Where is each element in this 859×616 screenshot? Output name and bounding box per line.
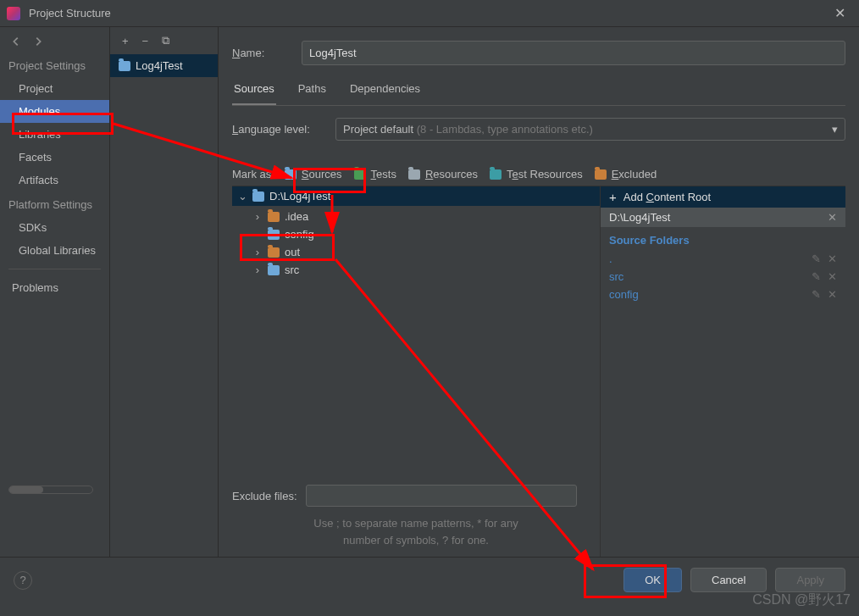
folder-icon: [408, 169, 420, 180]
sidebar-scrollbar[interactable]: [8, 486, 93, 494]
folder-icon: [595, 169, 607, 180]
name-input[interactable]: [302, 41, 845, 65]
folder-icon: [285, 169, 296, 180]
content-root-row[interactable]: D:\Log4jTest ✕: [601, 208, 845, 227]
edit-icon[interactable]: ✎: [812, 270, 821, 283]
module-item[interactable]: Log4jTest: [110, 54, 218, 77]
exclude-hint: Use ; to separate name patterns, * for a…: [232, 512, 600, 557]
tree-item-config[interactable]: config: [247, 225, 600, 243]
sidebar-item-project[interactable]: Project: [0, 77, 109, 100]
add-content-root[interactable]: + Add Content Root: [601, 186, 845, 208]
folder-icon: [490, 169, 502, 180]
close-icon[interactable]: ✕: [828, 211, 837, 224]
tree-root[interactable]: ⌄ D:\Log4jTest: [232, 186, 600, 206]
tree-item-idea[interactable]: ›.idea: [247, 208, 600, 225]
sidebar-item-global-libraries[interactable]: Global Libraries: [0, 239, 109, 262]
exclude-input[interactable]: [306, 485, 577, 507]
chevron-down-icon: ⌄: [237, 190, 247, 203]
module-list: + − ⧉ Log4jTest: [110, 27, 219, 557]
mark-tests[interactable]: Tests: [352, 168, 398, 180]
close-icon[interactable]: ✕: [828, 5, 852, 21]
add-module-icon[interactable]: +: [122, 35, 129, 47]
mark-excluded[interactable]: Excluded: [593, 168, 658, 180]
sidebar-item-modules[interactable]: Modules: [0, 100, 109, 123]
plus-icon: +: [609, 190, 617, 204]
chevron-right-icon: ›: [252, 246, 263, 258]
sidebar-item-libraries[interactable]: Libraries: [0, 123, 109, 146]
ok-button[interactable]: OK: [623, 568, 682, 592]
edit-icon[interactable]: ✎: [812, 253, 821, 265]
source-folder-item[interactable]: src✎✕: [601, 268, 845, 286]
edit-icon[interactable]: ✎: [812, 288, 821, 301]
apply-button[interactable]: Apply: [775, 568, 845, 592]
tab-sources[interactable]: Sources: [232, 77, 276, 105]
mark-test-resources[interactable]: Test Resources: [488, 168, 585, 180]
close-icon[interactable]: ✕: [828, 270, 837, 283]
language-level-label: Language level:: [232, 123, 325, 136]
window-title: Project Structure: [29, 7, 828, 19]
folder-icon: [268, 212, 280, 222]
close-icon[interactable]: ✕: [828, 253, 837, 265]
section-platform-settings: Platform Settings: [0, 191, 109, 216]
module-name: Log4jTest: [136, 59, 183, 72]
chevron-right-icon: ›: [252, 210, 263, 223]
sidebar-item-artifacts[interactable]: Artifacts: [0, 169, 109, 191]
help-icon[interactable]: ?: [14, 571, 32, 590]
close-icon[interactable]: ✕: [828, 288, 837, 301]
mark-sources[interactable]: Sources: [283, 168, 344, 180]
exclude-label: Exclude files:: [232, 490, 297, 502]
app-icon: [7, 7, 20, 20]
folder-icon: [268, 230, 280, 240]
folder-icon: [119, 61, 130, 71]
sidebar-item-problems[interactable]: Problems: [0, 276, 109, 299]
folder-icon: [354, 169, 366, 180]
back-icon[interactable]: [10, 36, 22, 47]
tab-dependencies[interactable]: Dependencies: [348, 77, 422, 105]
forward-icon[interactable]: [32, 36, 44, 47]
copy-module-icon[interactable]: ⧉: [162, 34, 169, 47]
language-level-select[interactable]: Project default (8 - Lambdas, type annot…: [335, 118, 845, 141]
divider: [8, 269, 101, 269]
remove-module-icon[interactable]: −: [142, 35, 149, 47]
tree-item-out[interactable]: ›out: [247, 243, 600, 261]
tree-item-src[interactable]: ›src: [247, 261, 600, 279]
sidebar-item-sdks[interactable]: SDKs: [0, 216, 109, 239]
source-folders-header: Source Folders: [601, 227, 845, 250]
source-folder-item[interactable]: .✎✕: [601, 250, 845, 268]
cancel-button[interactable]: Cancel: [690, 568, 767, 592]
settings-sidebar: Project Settings Project Modules Librari…: [0, 27, 110, 557]
mark-resources[interactable]: Resources: [407, 168, 479, 180]
mark-as-label: Mark as:: [232, 168, 274, 180]
source-folder-item[interactable]: config✎✕: [601, 286, 845, 303]
chevron-right-icon: ›: [252, 264, 263, 276]
chevron-down-icon: ▾: [832, 123, 838, 136]
sidebar-item-facets[interactable]: Facets: [0, 146, 109, 169]
folder-icon: [252, 191, 264, 202]
section-project-settings: Project Settings: [0, 53, 109, 77]
folder-icon: [268, 247, 280, 258]
name-label: Name:: [232, 47, 291, 59]
tabs: Sources Paths Dependencies: [232, 77, 845, 106]
folder-icon: [268, 265, 280, 275]
tab-paths[interactable]: Paths: [296, 77, 328, 105]
